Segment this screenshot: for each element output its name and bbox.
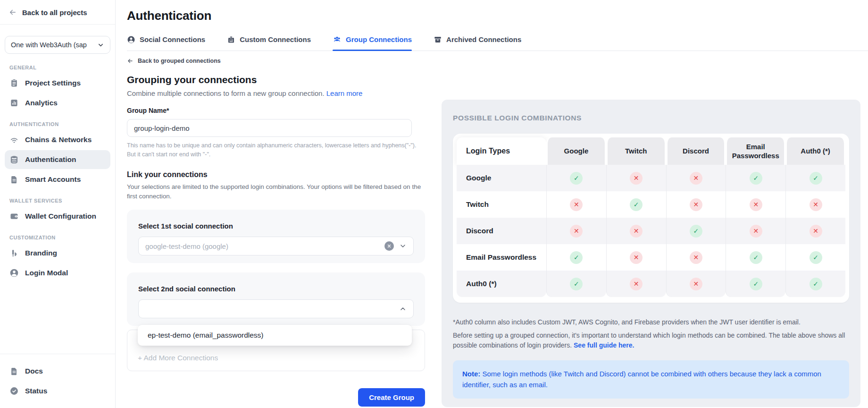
cross-icon: ✕ [750,225,762,238]
sidebar-item-status[interactable]: Status [5,382,110,400]
database-icon [9,155,19,164]
project-selector[interactable]: One with Web3Auth (sap [5,36,110,54]
tab-group-connections[interactable]: Group Connections [333,35,412,51]
sidebar-nav: GENERAL Project Settings Analytics AUTHE… [0,56,115,354]
sidebar-item-chains-networks[interactable]: Chains & Networks [5,130,110,149]
column-header-discord: Discord [666,137,726,165]
combination-cell: ✓ [546,271,606,297]
full-guide-link[interactable]: See full guide here. [574,341,634,349]
table-row: Discord✕✕✓✕✕ [457,218,845,244]
chart-icon [9,98,19,108]
tab-bar: Social Connections Custom Connections Gr… [127,35,868,51]
sidebar-header: Back to all projects [0,0,115,25]
sidebar-item-label: Chains & Networks [25,136,92,144]
connection-dropdown: ep-test-demo (email_passwordless) [138,325,412,346]
sidebar-item-label: Authentication [25,155,76,164]
archive-icon [434,35,442,44]
row-label: Google [457,165,546,191]
combinations-table-container: Login Types Google Twitch Discord Email … [453,134,849,303]
column-header-login-types: Login Types [457,137,546,165]
sidebar: Back to all projects One with Web3Auth (… [0,0,116,408]
user-circle-icon [127,35,135,44]
combinations-table-body: Google✓✕✕✓✓Twitch✕✓✕✕✕Discord✕✕✓✕✕Email … [457,165,845,297]
combination-cell: ✓ [785,244,845,271]
page-title: Authentication [127,8,868,23]
combination-cell: ✕ [666,271,726,297]
clear-icon[interactable] [384,241,394,251]
link-connections-title: Link your connections [127,170,425,179]
select-first-label: Select 1st social connection [138,222,414,230]
chevron-down-icon[interactable] [399,242,407,250]
sidebar-footer: Docs Status [0,354,115,408]
combinations-table: Login Types Google Twitch Discord Email … [457,137,845,297]
first-connection-select[interactable]: google-test-demo (google) [138,237,414,255]
wallet-icon [9,212,19,221]
column-header-google: Google [546,137,606,165]
second-connection-select[interactable] [138,299,414,318]
combination-cell: ✕ [606,271,666,297]
arrow-left-icon [8,8,17,17]
combination-cell: ✓ [546,244,606,271]
combination-cell: ✕ [726,218,785,244]
combination-cell: ✓ [726,165,785,191]
sidebar-item-login-modal[interactable]: Login Modal [5,264,110,282]
combination-cell: ✕ [785,218,845,244]
first-connection-value: google-test-demo (google) [145,242,228,250]
check-icon: ✓ [750,172,762,185]
user-circle-icon [9,268,19,278]
column-header-auth0: Auth0 (*) [785,137,845,165]
section-label-customization: CUSTOMIZATION [9,235,106,240]
combination-cell: ✕ [666,244,726,271]
group-name-input[interactable] [127,119,412,137]
tab-archived-connections[interactable]: Archived Connections [434,35,521,51]
tab-social-connections[interactable]: Social Connections [127,35,205,51]
sidebar-item-analytics[interactable]: Analytics [5,94,110,112]
chevron-up-icon[interactable] [399,305,407,313]
cross-icon: ✕ [630,172,643,185]
cross-icon: ✕ [690,251,702,264]
check-icon: ✓ [750,278,762,290]
main-content: Authentication Social Connections Custom… [116,0,868,408]
back-to-grouped-link[interactable]: Back to grouped connections [127,58,425,64]
check-circle-icon [9,386,19,396]
brush-icon [9,248,19,258]
row-label: Email Passwordless [457,244,546,271]
add-more-wrap: + Add More Connections ep-test-demo (ema… [127,330,425,371]
learn-more-link[interactable]: Learn more [326,89,363,97]
column-header-email-passwordless: Email Passwordless [726,137,785,165]
combination-cell: ✕ [785,191,845,218]
back-to-projects-link[interactable]: Back to all projects [8,8,107,17]
dropdown-option-ep-test-demo[interactable]: ep-test-demo (email_passwordless) [138,325,412,346]
sidebar-item-smart-accounts[interactable]: Smart Accounts [5,170,110,189]
auth0-footnote: *Auth0 column also includes Custom JWT, … [453,318,849,326]
table-row: Google✓✕✕✓✓ [457,165,845,191]
first-connection-card: Select 1st social connection google-test… [127,210,425,263]
tab-custom-connections[interactable]: Custom Connections [227,35,311,51]
cross-icon: ✕ [810,225,822,238]
sidebar-item-branding[interactable]: Branding [5,244,110,263]
sidebar-item-authentication[interactable]: Authentication [5,150,110,169]
check-icon: ✓ [810,251,822,264]
group-icon [333,35,342,44]
group-name-label: Group Name* [127,107,425,114]
create-group-button[interactable]: Create Group [358,388,425,407]
sidebar-item-label: Project Settings [25,79,81,87]
combination-cell: ✕ [726,191,785,218]
cross-icon: ✕ [570,198,583,211]
login-combinations-panel: POSSIBLE LOGIN COMBINATIONS Login Types … [442,100,860,407]
check-icon: ✓ [570,278,583,290]
group-name-help: This name has to be unique and can only … [127,141,419,160]
select-second-label: Select 2nd social connection [138,285,414,293]
sidebar-item-project-settings[interactable]: Project Settings [5,74,110,93]
sidebar-item-wallet-configuration[interactable]: Wallet Configuration [5,207,110,226]
row-label: Auth0 (*) [457,271,546,297]
form-title: Grouping your connections [127,74,425,85]
check-icon: ✓ [630,198,643,211]
document-icon [9,366,19,376]
sidebar-item-docs[interactable]: Docs [5,362,110,381]
sidebar-item-label: Login Modal [25,269,68,277]
combination-cell: ✓ [606,191,666,218]
table-row: Email Passwordless✓✕✕✓✓ [457,244,845,271]
sidebar-item-label: Status [25,387,47,395]
link-connections-description: Your selections are limited to the suppo… [127,182,423,202]
